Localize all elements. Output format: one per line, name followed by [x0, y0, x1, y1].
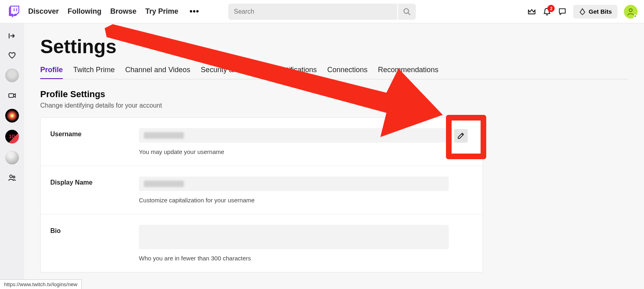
- redacted-text: [144, 181, 184, 187]
- username-hint: You may update your username: [139, 148, 449, 155]
- nav-try-prime[interactable]: Try Prime: [145, 7, 178, 16]
- svg-point-6: [10, 175, 12, 177]
- twitch-logo[interactable]: [8, 6, 20, 18]
- tab-channel-videos[interactable]: Channel and Videos: [125, 66, 190, 79]
- edit-username-button[interactable]: [454, 129, 468, 143]
- whispers-button[interactable]: [558, 7, 567, 16]
- camera-icon: [8, 91, 17, 100]
- nav-discover[interactable]: Discover: [28, 7, 59, 16]
- notifications-button[interactable]: 2: [543, 7, 551, 16]
- tab-recommendations[interactable]: Recommendations: [378, 66, 438, 79]
- get-bits-label: Get Bits: [588, 8, 612, 15]
- sidebar-channel-1[interactable]: [5, 69, 19, 82]
- left-sidebar: 1G: [0, 23, 24, 289]
- section-title: Profile Settings: [40, 89, 644, 100]
- svg-line-3: [408, 12, 410, 15]
- username-label: Username: [50, 128, 139, 138]
- sidebar-camera-icon[interactable]: [6, 89, 18, 102]
- row-username: Username You may update your username: [41, 118, 483, 166]
- search-button[interactable]: [398, 4, 416, 20]
- notification-badge: 2: [547, 5, 555, 12]
- search-icon: [403, 8, 411, 16]
- svg-point-7: [13, 176, 15, 178]
- tab-twitch-prime[interactable]: Twitch Prime: [73, 66, 115, 79]
- heart-icon: [8, 51, 17, 60]
- bio-field[interactable]: [139, 225, 449, 249]
- display-name-field[interactable]: [139, 177, 449, 191]
- sidebar-channel-3[interactable]: 1G: [5, 130, 19, 143]
- get-bits-button[interactable]: Get Bits: [573, 5, 617, 19]
- nav-browse[interactable]: Browse: [110, 7, 136, 16]
- tab-notifications[interactable]: Notifications: [277, 66, 317, 79]
- presence-dot: [634, 15, 637, 18]
- settings-tabs: Profile Twitch Prime Channel and Videos …: [40, 66, 628, 79]
- username-field[interactable]: [139, 128, 449, 143]
- user-avatar[interactable]: [624, 5, 638, 19]
- prime-loot-icon[interactable]: [527, 7, 536, 16]
- status-bar-url: https://www.twitch.tv/logins/new: [0, 279, 82, 289]
- sidebar-channel-2[interactable]: [5, 109, 19, 123]
- sidebar-channel-4[interactable]: [5, 151, 19, 164]
- chat-icon: [558, 7, 567, 16]
- search-input[interactable]: [228, 4, 397, 20]
- twitch-icon: [8, 6, 20, 18]
- redacted-text: [144, 132, 184, 139]
- display-name-hint: Customize capitalization for your userna…: [139, 197, 449, 204]
- people-icon: [8, 173, 17, 182]
- svg-rect-5: [9, 94, 14, 97]
- expand-sidebar-icon[interactable]: [6, 30, 18, 42]
- main-content: Settings Profile Twitch Prime Channel an…: [24, 23, 644, 289]
- page-title: Settings: [40, 35, 644, 58]
- friends-icon[interactable]: [6, 172, 18, 184]
- tab-security-privacy[interactable]: Security and Privacy: [201, 66, 267, 79]
- more-menu-icon[interactable]: •••: [187, 7, 202, 16]
- section-subtitle: Change identifying details for your acco…: [40, 102, 644, 109]
- bio-hint: Who you are in fewer than 300 characters: [139, 255, 449, 262]
- pencil-icon: [457, 132, 465, 140]
- nav-following[interactable]: Following: [68, 7, 101, 16]
- followed-channels-icon[interactable]: [6, 49, 18, 61]
- top-nav: Discover Following Browse Try Prime ••• …: [0, 0, 644, 23]
- display-name-label: Display Name: [50, 177, 139, 186]
- nav-links: Discover Following Browse Try Prime •••: [28, 7, 202, 16]
- expand-icon: [8, 31, 17, 40]
- svg-rect-0: [14, 8, 14, 11]
- tab-profile[interactable]: Profile: [40, 66, 63, 79]
- bio-label: Bio: [50, 225, 139, 235]
- profile-card: Username You may update your username Di…: [40, 117, 483, 272]
- svg-rect-1: [16, 8, 17, 11]
- nav-right: 2 Get Bits: [527, 5, 640, 19]
- row-bio: Bio Who you are in fewer than 300 charac…: [41, 214, 483, 272]
- crown-icon: [527, 7, 536, 16]
- search-container: [228, 4, 416, 20]
- tab-connections[interactable]: Connections: [327, 66, 367, 79]
- svg-point-4: [629, 8, 632, 11]
- row-display-name: Display Name Customize capitalization fo…: [41, 166, 483, 214]
- bits-icon: [579, 8, 586, 15]
